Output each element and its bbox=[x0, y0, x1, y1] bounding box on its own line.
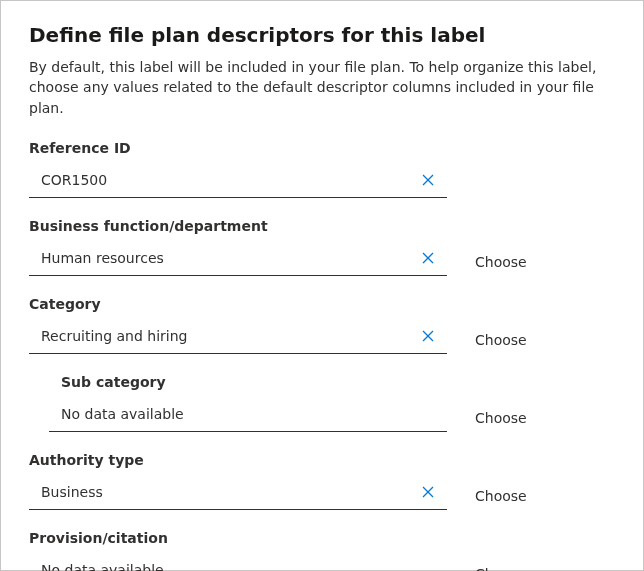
business-clear-button[interactable] bbox=[415, 245, 441, 271]
category-label: Category bbox=[29, 296, 447, 312]
field-row-subcategory: Sub category Choose bbox=[29, 374, 615, 432]
subcategory-label: Sub category bbox=[49, 374, 447, 390]
subcategory-choose-link[interactable]: Choose bbox=[475, 410, 527, 432]
reference-id-input-wrap bbox=[29, 164, 447, 198]
reference-id-input[interactable] bbox=[39, 171, 415, 189]
close-icon bbox=[421, 251, 435, 265]
close-icon bbox=[421, 173, 435, 187]
field-row-authority: Authority type Choose bbox=[29, 452, 615, 510]
authority-clear-button[interactable] bbox=[415, 479, 441, 505]
page-description: By default, this label will be included … bbox=[29, 57, 615, 118]
subcategory-input-wrap bbox=[49, 398, 447, 432]
provision-label: Provision/citation bbox=[29, 530, 447, 546]
provision-input[interactable] bbox=[39, 561, 441, 571]
authority-label: Authority type bbox=[29, 452, 447, 468]
authority-input[interactable] bbox=[39, 483, 415, 501]
field-row-provision: Provision/citation Choose bbox=[29, 530, 615, 571]
subcategory-input[interactable] bbox=[59, 405, 441, 423]
business-input[interactable] bbox=[39, 249, 415, 267]
reference-id-clear-button[interactable] bbox=[415, 167, 441, 193]
field-row-business: Business function/department Choose bbox=[29, 218, 615, 276]
authority-input-wrap bbox=[29, 476, 447, 510]
category-clear-button[interactable] bbox=[415, 323, 441, 349]
provision-input-wrap bbox=[29, 554, 447, 571]
reference-id-label: Reference ID bbox=[29, 140, 447, 156]
close-icon bbox=[421, 329, 435, 343]
close-icon bbox=[421, 485, 435, 499]
page-title: Define file plan descriptors for this la… bbox=[29, 23, 615, 47]
category-input-wrap bbox=[29, 320, 447, 354]
field-row-category: Category Choose bbox=[29, 296, 615, 354]
file-plan-panel: Define file plan descriptors for this la… bbox=[0, 0, 644, 571]
provision-choose-link[interactable]: Choose bbox=[475, 566, 527, 571]
business-input-wrap bbox=[29, 242, 447, 276]
category-choose-link[interactable]: Choose bbox=[475, 332, 527, 354]
category-input[interactable] bbox=[39, 327, 415, 345]
business-choose-link[interactable]: Choose bbox=[475, 254, 527, 276]
business-label: Business function/department bbox=[29, 218, 447, 234]
field-row-reference-id: Reference ID bbox=[29, 140, 615, 198]
authority-choose-link[interactable]: Choose bbox=[475, 488, 527, 510]
